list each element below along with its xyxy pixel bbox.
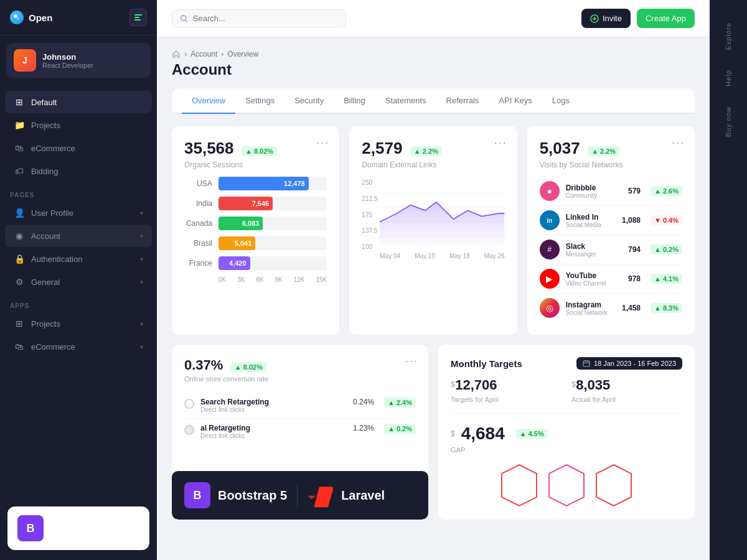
apps-section-label: APPS — [0, 294, 157, 312]
sidebar-item-label: eCommerce — [31, 342, 134, 352]
sidebar-item-ecommerce-app[interactable]: 🛍 eCommerce ▾ — [5, 335, 152, 358]
svg-line-6 — [186, 20, 187, 22]
create-app-button[interactable]: Create App — [637, 9, 695, 28]
promo-card: B Bootstrap 5 — [7, 506, 149, 550]
social-list: ● Dribbble Community 579 ▲ 2.6% in Linke… — [540, 177, 682, 322]
domain-links-value: 2,579 — [362, 139, 402, 157]
sidebar-item-projects[interactable]: 📁 Projects — [5, 114, 152, 136]
user-role: React Developer — [42, 62, 93, 69]
tab-logs[interactable]: Logs — [542, 88, 580, 114]
sidebar-item-projects-app[interactable]: ⊞ Projects ▾ — [5, 312, 152, 335]
organic-sessions-card: 35,568 ▲ 8.02% Organic Sessions ··· USA … — [172, 126, 339, 335]
sidebar-item-ecommerce[interactable]: 🛍 eCommerce — [5, 137, 152, 159]
sidebar-item-label: Account — [31, 231, 134, 241]
linkedin-icon: in — [540, 210, 560, 230]
sidebar: Open J Johnson React Developer ⊞ Default… — [0, 0, 157, 560]
domain-links-label: Domain External Links — [362, 161, 504, 169]
social-visits-label: Visits by Social Networks — [540, 161, 682, 169]
invite-button[interactable]: Invite — [581, 9, 631, 28]
card-menu-dots[interactable]: ··· — [316, 136, 329, 149]
home-icon — [172, 50, 181, 58]
svg-marker-20 — [596, 465, 631, 506]
tab-security[interactable]: Security — [284, 88, 334, 114]
chevron-down-icon: ▾ — [140, 320, 143, 327]
social-item-youtube: ▶ YouTube Video Channel 978 ▲ 4.1% — [540, 264, 682, 294]
gap-section: $ 4,684 ▲ 4.5% GAP — [451, 413, 682, 454]
svg-point-5 — [181, 15, 186, 20]
page-content-area: › Account › Overview Account Overview Se… — [157, 37, 710, 560]
laravel-label: Laravel — [341, 488, 385, 503]
sidebar-item-label: User Profile — [31, 208, 134, 218]
laravel-icon — [308, 482, 334, 508]
targets-grid: $12,706 Targets for April $8,035 Actual … — [451, 377, 682, 403]
sidebar-item-label: eCommerce — [31, 144, 143, 153]
folder-icon: 📁 — [14, 119, 25, 131]
right-panel: Explore Help Buy now — [710, 0, 747, 560]
slack-icon: # — [540, 240, 560, 259]
pages-section-label: PAGES — [0, 183, 157, 201]
shop-icon: 🛍 — [14, 341, 25, 352]
social-visits-value: 5,037 — [540, 139, 580, 157]
conversion-value: 0.37% — [184, 357, 223, 373]
sidebar-item-user-profile[interactable]: 👤 User Profile ▾ — [5, 202, 152, 224]
buy-now-label[interactable]: Buy now — [725, 96, 732, 147]
card-menu-dots[interactable]: ··· — [494, 136, 507, 149]
account-icon: ◉ — [14, 230, 25, 241]
main-content: Invite Create App › Account › Overview A… — [157, 0, 710, 560]
retarget-dot — [184, 399, 194, 409]
bar-row-france: France 4,420 — [184, 256, 327, 270]
bootstrap-icon: B — [17, 515, 44, 541]
sidebar-item-default[interactable]: ⊞ Default — [5, 91, 152, 113]
tab-settings[interactable]: Settings — [235, 88, 284, 114]
retargeting-list: Search Retargeting Direct link clicks 0.… — [184, 393, 416, 444]
sidebar-item-label: General — [31, 278, 134, 287]
chevron-down-icon: ▾ — [140, 256, 143, 263]
avatar: J — [14, 49, 36, 72]
sidebar-item-general[interactable]: ⚙ General ▾ — [5, 271, 152, 293]
lock-icon: 🔒 — [14, 253, 25, 264]
promo-overlay: B Bootstrap 5 Laravel — [172, 471, 428, 520]
sidebar-toggle-button[interactable] — [129, 9, 147, 26]
organic-sessions-label: Organic Sessions — [184, 161, 327, 169]
help-label[interactable]: Help — [725, 60, 732, 96]
gap-value: 4,684 — [461, 424, 505, 444]
grid-icon: ⊞ — [14, 318, 25, 329]
breadcrumb: › Account › Overview — [172, 50, 695, 58]
svg-rect-3 — [134, 17, 139, 18]
sidebar-item-account[interactable]: ◉ Account ▾ — [5, 225, 152, 247]
tab-referrals[interactable]: Referrals — [436, 88, 489, 114]
conversion-card: 0.37% ▲ 8.02% Online store convertion ra… — [172, 345, 428, 520]
hexagon-red — [500, 464, 538, 507]
tab-overview[interactable]: Overview — [182, 88, 235, 114]
search-box[interactable] — [172, 9, 346, 27]
social-item-dribbble: ● Dribbble Community 579 ▲ 2.6% — [540, 177, 682, 206]
tab-statements[interactable]: Statements — [375, 88, 436, 114]
social-visits-badge: ▲ 2.2% — [588, 146, 619, 156]
bar-chart: USA 12,478 India 7,546 Canada — [184, 177, 327, 283]
tabs-bar: Overview Settings Security Billing State… — [172, 88, 695, 114]
domain-links-card: 2,579 ▲ 2.2% Domain External Links ··· 2… — [349, 126, 517, 335]
tab-api-keys[interactable]: API Keys — [489, 88, 542, 114]
social-networks-card: 5,037 ▲ 2.2% Visits by Social Networks ·… — [527, 126, 695, 335]
bottom-row: 0.37% ▲ 8.02% Online store convertion ra… — [172, 345, 695, 520]
bootstrap-label: Bootstrap 5 — [51, 521, 120, 536]
promo-divider — [297, 484, 298, 506]
sidebar-item-authentication[interactable]: 🔒 Authentication ▾ — [5, 248, 152, 270]
logo-icon — [10, 11, 24, 24]
logo-area: Open — [10, 11, 52, 24]
sidebar-item-bidding[interactable]: 🏷 Bidding — [5, 160, 152, 182]
svg-rect-4 — [134, 19, 141, 21]
search-input[interactable] — [193, 14, 338, 23]
card-menu-dots[interactable]: ··· — [405, 355, 418, 368]
grid-icon: ⊞ — [14, 96, 25, 108]
card-menu-dots[interactable]: ··· — [672, 136, 685, 149]
explore-label[interactable]: Explore — [725, 12, 732, 60]
tab-billing[interactable]: Billing — [334, 88, 375, 114]
sidebar-header: Open — [0, 0, 157, 35]
svg-point-1 — [17, 17, 19, 20]
bar-row-canada: Canada 6,083 — [184, 217, 327, 230]
sidebar-item-label: Default — [31, 98, 143, 107]
shop-icon: 🛍 — [14, 142, 25, 154]
monthly-targets-title: Monthly Targets — [451, 358, 522, 369]
retarget-item-2: al Retargeting Direct link clicks 1.23% … — [184, 419, 416, 444]
